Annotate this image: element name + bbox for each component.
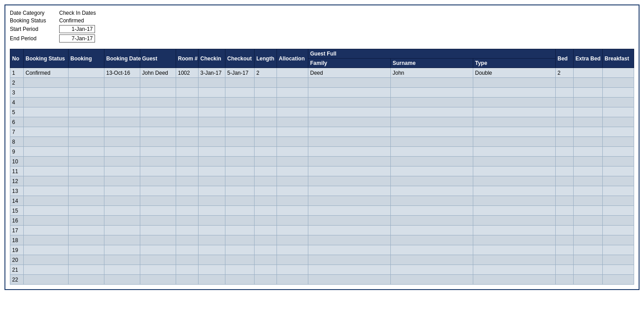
cell-booking_date	[104, 137, 140, 147]
cell-booking	[69, 255, 104, 265]
cell-allocation	[277, 255, 308, 265]
cell-checkout	[225, 265, 255, 275]
cell-guest	[140, 245, 176, 255]
cell-checkin	[199, 275, 225, 285]
cell-guest	[140, 98, 176, 107]
cell-surname	[391, 88, 473, 98]
cell-breakfast	[603, 68, 634, 78]
cell-no: 16	[10, 216, 24, 226]
cell-type: Double	[473, 68, 556, 78]
cell-surname	[391, 235, 473, 245]
cell-type	[473, 255, 556, 265]
cell-breakfast	[603, 107, 634, 117]
cell-length	[255, 127, 277, 137]
cell-booking_date	[104, 88, 140, 98]
cell-type	[473, 78, 556, 88]
cell-room	[176, 226, 199, 235]
table-row: 7	[10, 127, 634, 137]
cell-bed	[556, 157, 574, 166]
cell-room: 1002	[176, 68, 199, 78]
cell-no: 8	[10, 137, 24, 147]
cell-no: 20	[10, 255, 24, 265]
end-period-row: End Period	[10, 34, 634, 43]
cell-booking	[69, 117, 104, 127]
table-row: 13	[10, 186, 634, 196]
col-header-no: No	[10, 49, 24, 68]
cell-checkout: 5-Jan-17	[225, 68, 255, 78]
cell-guest	[140, 107, 176, 117]
cell-type	[473, 127, 556, 137]
cell-allocation	[277, 206, 308, 216]
col-header-checkout: Checkout	[225, 49, 255, 68]
cell-breakfast	[603, 235, 634, 245]
cell-room	[176, 88, 199, 98]
cell-allocation	[277, 196, 308, 206]
cell-surname	[391, 157, 473, 166]
cell-allocation	[277, 216, 308, 226]
cell-guest	[140, 196, 176, 206]
cell-breakfast	[603, 78, 634, 88]
cell-allocation	[277, 245, 308, 255]
cell-guest	[140, 255, 176, 265]
cell-no: 15	[10, 206, 24, 216]
cell-family	[308, 186, 391, 196]
cell-booking_status	[24, 245, 69, 255]
cell-booking_date	[104, 275, 140, 285]
cell-breakfast	[603, 117, 634, 127]
table-row: 4	[10, 98, 634, 107]
cell-guest	[140, 78, 176, 88]
cell-breakfast	[603, 176, 634, 186]
cell-no: 10	[10, 157, 24, 166]
cell-family	[308, 275, 391, 285]
cell-family	[308, 176, 391, 186]
cell-breakfast	[603, 226, 634, 235]
cell-bed	[556, 147, 574, 157]
cell-booking	[69, 98, 104, 107]
cell-room	[176, 117, 199, 127]
cell-extra_bed	[574, 226, 603, 235]
cell-allocation	[277, 68, 308, 78]
date-category-row: Date Category Check In Dates	[10, 10, 634, 16]
table-row: 3	[10, 88, 634, 98]
cell-type	[473, 275, 556, 285]
table-row: 20	[10, 255, 634, 265]
cell-breakfast	[603, 275, 634, 285]
table-row: 6	[10, 117, 634, 127]
cell-type	[473, 235, 556, 245]
table-row: 18	[10, 235, 634, 245]
start-period-row: Start Period	[10, 25, 634, 33]
cell-guest	[140, 186, 176, 196]
cell-allocation	[277, 176, 308, 186]
cell-booking_date	[104, 245, 140, 255]
cell-breakfast	[603, 186, 634, 196]
cell-extra_bed	[574, 255, 603, 265]
cell-booking	[69, 166, 104, 176]
cell-checkout	[225, 206, 255, 216]
cell-extra_bed	[574, 137, 603, 147]
col-header-guest-full: Guest Full	[308, 49, 556, 59]
cell-length	[255, 196, 277, 206]
end-period-input[interactable]	[59, 34, 95, 43]
col-header-length: Length	[255, 49, 277, 68]
cell-bed	[556, 88, 574, 98]
cell-no: 14	[10, 196, 24, 206]
cell-booking	[69, 176, 104, 186]
cell-room	[176, 255, 199, 265]
cell-family	[308, 226, 391, 235]
cell-family	[308, 265, 391, 275]
cell-booking	[69, 226, 104, 235]
cell-room	[176, 265, 199, 275]
start-period-input[interactable]	[59, 25, 95, 33]
cell-room	[176, 147, 199, 157]
cell-booking_status	[24, 78, 69, 88]
table-row: 14	[10, 196, 634, 206]
cell-allocation	[277, 78, 308, 88]
cell-no: 6	[10, 117, 24, 127]
cell-room	[176, 127, 199, 137]
cell-checkin	[199, 265, 225, 275]
cell-checkin	[199, 186, 225, 196]
cell-booking_date	[104, 216, 140, 226]
cell-bed	[556, 265, 574, 275]
cell-family	[308, 235, 391, 245]
cell-booking_status	[24, 98, 69, 107]
